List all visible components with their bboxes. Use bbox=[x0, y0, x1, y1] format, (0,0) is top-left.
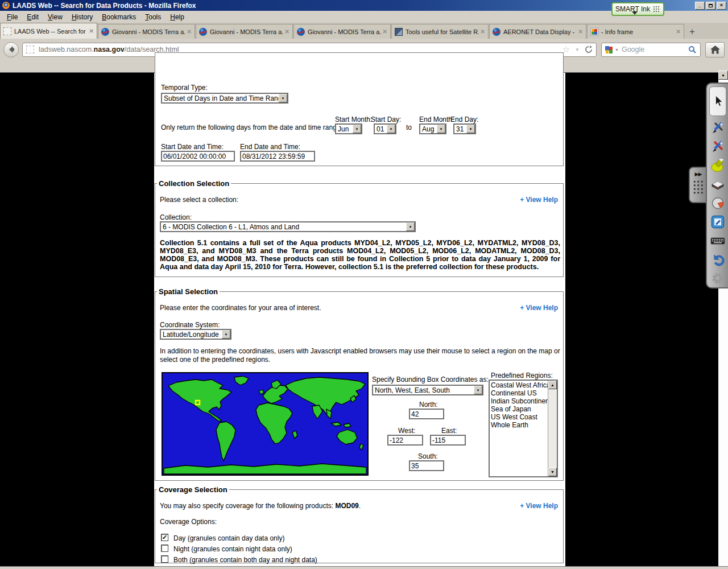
region-option[interactable]: US West Coast bbox=[491, 413, 547, 421]
menu-view[interactable]: View bbox=[43, 12, 67, 22]
chevron-down-icon: ▼ bbox=[406, 222, 415, 231]
screen-capture-tool-button[interactable] bbox=[710, 212, 726, 231]
tab-giovanni-1[interactable]: Giovanni - MODIS Terra a... ✕ bbox=[98, 24, 195, 39]
smart-ink-grip-icon[interactable] bbox=[653, 6, 660, 13]
tab-close-icon[interactable]: ✕ bbox=[285, 28, 289, 35]
end-month-label: End Month: bbox=[419, 116, 454, 123]
scroll-up-icon[interactable]: ▲ bbox=[548, 381, 557, 389]
smart-ink-handle[interactable]: ▶▶ bbox=[689, 167, 708, 203]
collection-select[interactable]: 6 - MODIS Collection 6 - L1, Atmos and L… bbox=[160, 221, 416, 232]
region-option[interactable]: Whole Earth bbox=[491, 421, 547, 429]
tab-info-frame[interactable]: - Info frame ✕ bbox=[587, 24, 684, 39]
chevron-down-icon: ▼ bbox=[474, 386, 482, 394]
calligraphic-pen-tool-button[interactable] bbox=[710, 137, 726, 156]
tab-close-icon[interactable]: ✕ bbox=[187, 28, 192, 35]
keyboard-tool-button[interactable] bbox=[710, 231, 726, 250]
url-dropdown-icon[interactable]: ▼ bbox=[575, 47, 580, 52]
placeholder-favicon bbox=[3, 27, 11, 35]
reload-icon[interactable] bbox=[585, 46, 593, 53]
subset-days-label: Only return the following days from the … bbox=[161, 123, 342, 131]
region-option[interactable]: Coastal West Africa bbox=[491, 381, 547, 389]
highlighter-tool-button[interactable] bbox=[710, 156, 726, 175]
night-checkbox[interactable] bbox=[161, 545, 168, 552]
end-month-select[interactable]: Aug ▼ bbox=[419, 123, 446, 134]
home-button[interactable] bbox=[705, 42, 725, 57]
day-checkbox-label: Day (granules contain day data only) bbox=[173, 534, 284, 542]
end-day-select[interactable]: 31 ▼ bbox=[453, 123, 476, 134]
bbox-format-select[interactable]: North, West, East, South ▼ bbox=[372, 385, 483, 395]
pen-tool-button[interactable] bbox=[710, 118, 726, 137]
search-input[interactable]: Google bbox=[622, 46, 688, 53]
home-icon bbox=[710, 46, 720, 54]
region-option[interactable]: Sea of Japan bbox=[491, 405, 547, 413]
region-option[interactable]: Indian Subcontinent bbox=[491, 397, 547, 405]
tab-giovanni-3[interactable]: Giovanni - MODIS Terra a... ✕ bbox=[293, 24, 391, 39]
calligraphic-pen-icon bbox=[711, 140, 725, 154]
back-button[interactable] bbox=[3, 42, 19, 57]
eraser-icon bbox=[710, 178, 725, 191]
tab-aeronet[interactable]: AERONET Data Display - ... ✕ bbox=[489, 24, 586, 39]
tab-giovanni-2[interactable]: Giovanni - MODIS Terra a... ✕ bbox=[196, 24, 293, 39]
coordinate-system-label: Coordinate System: bbox=[160, 321, 220, 329]
west-input[interactable] bbox=[387, 435, 423, 446]
smart-ink-widget[interactable]: SMART Ink bbox=[611, 2, 664, 16]
menu-tools[interactable]: Tools bbox=[140, 12, 166, 22]
north-input[interactable] bbox=[409, 409, 444, 419]
region-option[interactable]: Continental US bbox=[491, 389, 547, 397]
menu-bookmarks[interactable]: Bookmarks bbox=[97, 12, 140, 22]
circle-eraser-tool-button[interactable] bbox=[710, 193, 726, 212]
end-day-label: End Day: bbox=[450, 116, 478, 123]
tab-close-icon[interactable]: ✕ bbox=[383, 28, 387, 35]
view-help-link[interactable]: + View Help bbox=[520, 304, 558, 312]
tab-tools-satellite[interactable]: Tools useful for Satellite R... ✕ bbox=[391, 24, 489, 39]
close-button[interactable]: × bbox=[717, 2, 726, 10]
start-datetime-input[interactable] bbox=[161, 151, 235, 162]
start-month-select[interactable]: Jun ▼ bbox=[335, 123, 362, 134]
keyboard-icon bbox=[710, 234, 725, 248]
search-engine-dropdown-icon[interactable]: ▼ bbox=[615, 48, 619, 52]
temporal-type-select[interactable]: Subset of Days in Date and Time Range ▼ bbox=[161, 93, 288, 104]
undo-icon bbox=[711, 253, 725, 266]
settings-tool-button[interactable] bbox=[710, 269, 726, 287]
tab-close-icon[interactable]: ✕ bbox=[481, 28, 485, 35]
search-box[interactable]: ▼ Google bbox=[601, 43, 701, 57]
new-tab-button[interactable]: + bbox=[685, 25, 700, 39]
tab-close-icon[interactable]: ✕ bbox=[578, 28, 583, 35]
view-help-link[interactable]: + View Help bbox=[520, 502, 558, 510]
minimize-button[interactable]: _ bbox=[695, 2, 705, 10]
restore-button[interactable] bbox=[706, 2, 715, 10]
start-day-select[interactable]: 01 ▼ bbox=[374, 123, 396, 134]
end-datetime-input[interactable] bbox=[240, 151, 315, 162]
highlighter-icon bbox=[710, 159, 725, 172]
tab-close-icon[interactable]: ✕ bbox=[89, 28, 94, 34]
world-map[interactable] bbox=[162, 372, 369, 476]
east-input[interactable] bbox=[430, 435, 466, 446]
predefined-regions-listbox[interactable]: Coastal West Africa Continental US India… bbox=[489, 380, 558, 477]
smart-ink-toolbar bbox=[706, 83, 728, 288]
scroll-down-icon[interactable]: ▼ bbox=[548, 468, 557, 476]
east-label: East: bbox=[441, 427, 457, 435]
search-icon[interactable] bbox=[688, 46, 697, 54]
day-checkbox[interactable] bbox=[161, 534, 168, 541]
page-content: Temporal Type: Subset of Days in Date an… bbox=[154, 73, 565, 566]
eraser-tool-button[interactable] bbox=[710, 175, 726, 193]
scroll-up-icon[interactable]: ▲ bbox=[718, 71, 728, 80]
menu-help[interactable]: Help bbox=[166, 12, 189, 22]
both-checkbox-label: Both (granules contain both day and nigh… bbox=[173, 556, 317, 564]
listbox-scrollbar[interactable]: ▲ ▼ bbox=[548, 381, 557, 476]
tab-laads-web[interactable]: LAADS Web -- Search for ... ✕ bbox=[0, 23, 97, 39]
chevron-down-icon: ▼ bbox=[437, 125, 445, 133]
collection-label: Collection: bbox=[160, 213, 192, 221]
collection-legend: Collection Selection bbox=[157, 179, 231, 188]
undo-tool-button[interactable] bbox=[710, 250, 726, 269]
tab-close-icon[interactable]: ✕ bbox=[676, 28, 681, 35]
cursor-tool-button[interactable] bbox=[709, 86, 726, 116]
south-input[interactable] bbox=[409, 460, 444, 471]
view-help-link[interactable]: + View Help bbox=[520, 196, 558, 204]
menu-edit[interactable]: Edit bbox=[22, 12, 43, 22]
coordinate-system-select[interactable]: Latitude/Longitude ▼ bbox=[160, 329, 231, 340]
tab-bar: LAADS Web -- Search for ... ✕ Giovanni -… bbox=[0, 23, 728, 39]
menu-file[interactable]: File bbox=[2, 12, 22, 22]
both-checkbox[interactable] bbox=[161, 555, 168, 563]
menu-history[interactable]: History bbox=[67, 12, 97, 22]
